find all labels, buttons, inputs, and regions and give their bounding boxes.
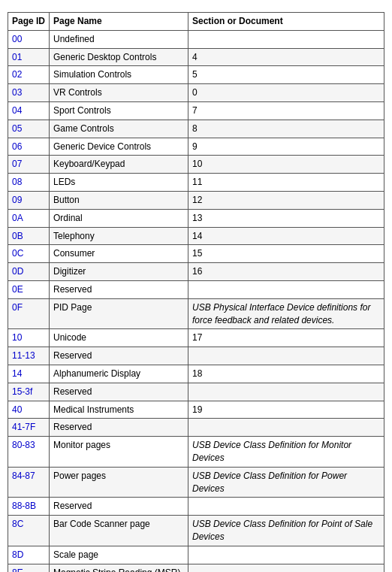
table-row: 14Alphanumeric Display18 [8, 365, 384, 383]
cell-section: 7 [188, 101, 384, 120]
cell-section: 13 [188, 209, 384, 227]
table-row: 88-8BReserved [8, 498, 384, 516]
cell-page-name: Alphanumeric Display [50, 365, 188, 383]
cell-page-name: Ordinal [50, 209, 188, 227]
cell-page-name: Reserved [50, 419, 188, 437]
cell-page-id: 41-7F [8, 419, 50, 437]
cell-page-name: Scale page [50, 546, 188, 564]
table-row: 06Generic Device Controls9 [8, 138, 384, 156]
cell-section [188, 419, 384, 437]
cell-page-id: 15-3f [8, 383, 50, 401]
cell-page-name: Reserved [50, 280, 188, 298]
table-row: 41-7FReserved [8, 419, 384, 437]
cell-page-name: Button [50, 191, 188, 209]
table-row: 10Unicode17 [8, 329, 384, 347]
table-row: 08LEDs11 [8, 174, 384, 192]
cell-section [188, 347, 384, 365]
table-row: 0CConsumer15 [8, 245, 384, 263]
col-header-page-id: Page ID [8, 13, 50, 31]
table-row: 80-83Monitor pagesUSB Device Class Defin… [8, 437, 384, 468]
cell-page-id: 01 [8, 48, 50, 66]
table-row: 02Simulation Controls5 [8, 66, 384, 84]
cell-section: USB Device Class Definition for Power De… [188, 467, 384, 498]
cell-page-id: 10 [8, 329, 50, 347]
cell-section: USB Device Class Definition for Monitor … [188, 437, 384, 468]
cell-page-id: 05 [8, 120, 50, 138]
table-row: 03VR Controls0 [8, 84, 384, 102]
cell-page-id: 02 [8, 66, 50, 84]
cell-page-name: Power pages [50, 467, 188, 498]
usage-page-table: Page ID Page Name Section or Document 00… [8, 12, 384, 572]
cell-page-id: 03 [8, 84, 50, 102]
cell-page-name: Sport Controls [50, 101, 188, 120]
table-row: 0FPID PageUSB Physical Interface Device … [8, 298, 384, 329]
cell-page-name: Keyboard/Keypad [50, 156, 188, 174]
cell-page-name: Reserved [50, 347, 188, 365]
table-row: 8DScale page [8, 546, 384, 564]
table-row: 11-13Reserved [8, 347, 384, 365]
table-row: 84-87Power pagesUSB Device Class Definit… [8, 467, 384, 498]
cell-page-id: 40 [8, 401, 50, 419]
cell-page-name: LEDs [50, 174, 188, 192]
table-row: 05Game Controls8 [8, 120, 384, 138]
cell-section: 8 [188, 120, 384, 138]
table-row: 00Undefined [8, 30, 384, 48]
cell-section [188, 30, 384, 48]
cell-page-id: 07 [8, 156, 50, 174]
cell-page-id: 11-13 [8, 347, 50, 365]
cell-page-id: 88-8B [8, 498, 50, 516]
cell-section: 0 [188, 84, 384, 102]
table-row: 04Sport Controls7 [8, 101, 384, 120]
cell-section: 17 [188, 329, 384, 347]
cell-page-name: PID Page [50, 298, 188, 329]
cell-page-id: 8E [8, 564, 50, 572]
cell-page-id: 00 [8, 30, 50, 48]
cell-page-name: VR Controls [50, 84, 188, 102]
table-row: 8CBar Code Scanner pageUSB Device Class … [8, 516, 384, 546]
cell-page-id: 0A [8, 209, 50, 227]
table-row: 15-3fReserved [8, 383, 384, 401]
cell-page-id: 08 [8, 174, 50, 192]
cell-section: 10 [188, 156, 384, 174]
col-header-page-name: Page Name [50, 13, 188, 31]
table-row: 40Medical Instruments19 [8, 401, 384, 419]
cell-section [188, 498, 384, 516]
cell-section: USB Physical Interface Device definition… [188, 298, 384, 329]
cell-section [188, 383, 384, 401]
table-row: 8EMagnetic Stripe Reading (MSR) Devices [8, 564, 384, 572]
cell-section: 19 [188, 401, 384, 419]
cell-section: 11 [188, 174, 384, 192]
cell-page-id: 14 [8, 365, 50, 383]
cell-page-id: 80-83 [8, 437, 50, 468]
cell-page-name: Game Controls [50, 120, 188, 138]
cell-page-id: 8C [8, 516, 50, 546]
cell-page-name: Telephony [50, 227, 188, 245]
table-row: 01Generic Desktop Controls4 [8, 48, 384, 66]
cell-page-name: Consumer [50, 245, 188, 263]
cell-page-id: 06 [8, 138, 50, 156]
cell-page-name: Undefined [50, 30, 188, 48]
cell-page-id: 09 [8, 191, 50, 209]
table-row: 0BTelephony14 [8, 227, 384, 245]
cell-section: 5 [188, 66, 384, 84]
cell-section: 12 [188, 191, 384, 209]
cell-page-id: 04 [8, 101, 50, 120]
cell-page-id: 8D [8, 546, 50, 564]
cell-page-name: Bar Code Scanner page [50, 516, 188, 546]
table-row: 0DDigitizer16 [8, 263, 384, 281]
table-row: 0EReserved [8, 280, 384, 298]
cell-section: 16 [188, 263, 384, 281]
cell-page-name: Generic Device Controls [50, 138, 188, 156]
cell-page-id: 0D [8, 263, 50, 281]
cell-section: 15 [188, 245, 384, 263]
cell-section: USB Device Class Definition for Point of… [188, 516, 384, 546]
col-header-section: Section or Document [188, 13, 384, 31]
cell-page-id: 0E [8, 280, 50, 298]
table-row: 07Keyboard/Keypad10 [8, 156, 384, 174]
cell-section: 18 [188, 365, 384, 383]
cell-page-name: Magnetic Stripe Reading (MSR) Devices [50, 564, 188, 572]
cell-page-name: Simulation Controls [50, 66, 188, 84]
cell-page-name: Monitor pages [50, 437, 188, 468]
cell-page-name: Reserved [50, 383, 188, 401]
table-row: 0AOrdinal13 [8, 209, 384, 227]
